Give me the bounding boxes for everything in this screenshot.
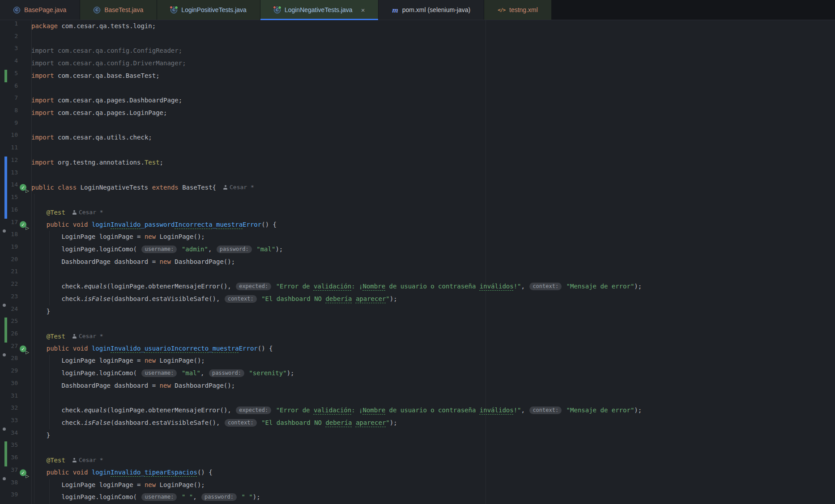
maven-icon: m [392,6,398,14]
code-line[interactable]: 9 [0,119,835,132]
code-text: check.equals(loginPage.obtenerMensajeErr… [31,280,642,293]
code-text: } [31,305,50,318]
code-line[interactable]: 35 [0,441,835,454]
gutter: 11 [0,144,31,157]
test-failed-badge [170,6,173,9]
param-name-hint: expected: [236,283,271,290]
param-name-hint: password: [217,246,252,253]
code-text: DashboardPage dashboard = new DashboardP… [31,256,235,268]
author-hint[interactable]: Cesar * [72,330,103,343]
tab-testng-xml[interactable]: </>testng.xml [484,0,551,20]
person-icon [223,185,227,190]
tab-loginpositivetests-java[interactable]: CLoginPositiveTests.java [157,0,260,20]
code-line[interactable]: 16 @TestCesar * [0,206,835,219]
code-line[interactable]: 17✓▷ public void loginInvalido_passwordI… [0,219,835,231]
gutter: 22 [0,280,31,293]
gutter: 8 [0,107,31,119]
code-line[interactable]: 29 loginPage.loginComo( username: "mal",… [0,367,835,380]
code-line[interactable]: 21 [0,268,835,280]
author-hint[interactable]: Cesar * [223,181,254,194]
code-line[interactable]: 10import com.cesar.qa.utils.check; [0,131,835,144]
code-text: public void loginInvalido_usuarioIncorre… [31,343,273,355]
code-line[interactable]: 31 [0,392,835,405]
tab-loginnegativetests-java[interactable]: CLoginNegativeTests.java× [260,0,379,20]
run-test-icon[interactable]: ✓▷ [20,184,26,191]
code-editor[interactable]: 1package com.cesar.qa.tests.login;23impo… [0,20,835,504]
param-name-hint: password: [201,493,237,501]
param-name-hint: username: [141,246,177,253]
code-line[interactable]: 26 @TestCesar * [0,330,835,343]
close-icon[interactable]: × [361,7,365,13]
code-line[interactable]: 22 check.equals(loginPage.obtenerMensaje… [0,280,835,293]
code-line[interactable]: 33 check.isFalse(dashboard.estaVisibleSa… [0,417,835,429]
gutter: 20 [0,256,31,268]
code-line[interactable]: 23 check.isFalse(dashboard.estaVisibleSa… [0,293,835,305]
code-line[interactable]: 8import com.cesar.qa.pages.LoginPage; [0,107,835,119]
code-line[interactable]: 3import com.cesar.qa.config.ConfigReader… [0,45,835,57]
code-line[interactable]: 38 LoginPage loginPage = new LoginPage()… [0,479,835,491]
person-icon [72,210,77,215]
code-line[interactable]: 39 loginPage.loginComo( username: " ", p… [0,491,835,504]
code-line[interactable]: 20 DashboardPage dashboard = new Dashboa… [0,256,835,268]
line-number: 18 [11,231,18,237]
line-number: 31 [11,392,18,399]
code-line[interactable]: 1package com.cesar.qa.tests.login; [0,20,835,33]
run-test-icon[interactable]: ✓▷ [20,469,26,476]
code-text: @TestCesar * [31,454,103,466]
gutter: 2 [0,33,31,45]
code-line[interactable]: 28 LoginPage loginPage = new LoginPage()… [0,355,835,367]
line-number: 35 [11,441,18,448]
code-text: import org.testng.annotations.Test; [31,157,163,169]
author-hint[interactable]: Cesar * [72,454,103,466]
test-failed-badge [273,6,276,9]
code-line[interactable]: 13 [0,169,835,182]
line-number: 13 [11,169,18,176]
code-line[interactable]: 12import org.testng.annotations.Test; [0,157,835,169]
param-name-hint: username: [141,369,177,377]
gutter: 32 [0,404,31,417]
code-line[interactable]: 2 [0,33,835,45]
code-line[interactable]: 18 LoginPage loginPage = new LoginPage()… [0,231,835,243]
code-line[interactable]: 11 [0,144,835,157]
tab-pom-xml-selenium-java-[interactable]: mpom.xml (selenium-java) [379,0,484,20]
code-text: public void loginInvalido_passwordIncorr… [31,219,277,231]
code-line[interactable]: 6 [0,82,835,95]
param-name-hint: context: [529,283,562,290]
gutter: 34 [0,429,31,442]
code-line[interactable]: 24 } [0,305,835,318]
code-line[interactable]: 5import com.cesar.qa.base.BaseTest; [0,70,835,82]
tab-basetest-java[interactable]: CBaseTest.java [80,0,157,20]
run-test-icon[interactable]: ✓▷ [20,345,26,352]
author-hint[interactable]: Cesar * [72,206,103,219]
run-test-icon[interactable]: ✓▷ [20,221,26,228]
tab-basepage-java[interactable]: CBasePage.java [0,0,80,20]
gutter-dot [3,304,6,307]
gutter: 26 [0,330,31,343]
code-line[interactable]: 27✓▷ public void loginInvalido_usuarioIn… [0,343,835,355]
line-number: 36 [11,454,18,461]
code-line[interactable]: 36 @TestCesar * [0,454,835,466]
change-bar-green [4,318,7,330]
code-line[interactable]: 7import com.cesar.qa.pages.DashboardPage… [0,94,835,107]
code-text: import com.cesar.qa.utils.check; [31,131,152,144]
gutter: 35 [0,441,31,454]
code-line[interactable]: 14✓▷public class LoginNegativeTests exte… [0,181,835,194]
code-line[interactable]: 37✓▷ public void loginInvalido_tipearEsp… [0,466,835,479]
line-number: 12 [11,157,18,163]
gutter: 15 [0,194,31,206]
gutter: 33 [0,417,31,429]
gutter: 19 [0,243,31,256]
param-name-hint: context: [225,295,257,303]
code-line[interactable]: 19 loginPage.loginComo( username: "admin… [0,243,835,256]
code-line[interactable]: 4import com.cesar.qa.config.DriverManage… [0,57,835,70]
code-line[interactable]: 34 } [0,429,835,442]
gutter: 13 [0,169,31,182]
line-number: 33 [11,417,18,424]
gutter: 25 [0,318,31,330]
code-line[interactable]: 15 [0,194,835,206]
code-line[interactable]: 32 check.equals(loginPage.obtenerMensaje… [0,404,835,417]
code-line[interactable]: 25 [0,318,835,330]
code-line[interactable]: 30 DashboardPage dashboard = new Dashboa… [0,380,835,392]
code-text: import com.cesar.qa.config.ConfigReader; [31,45,182,57]
xml-icon: </> [498,7,505,13]
